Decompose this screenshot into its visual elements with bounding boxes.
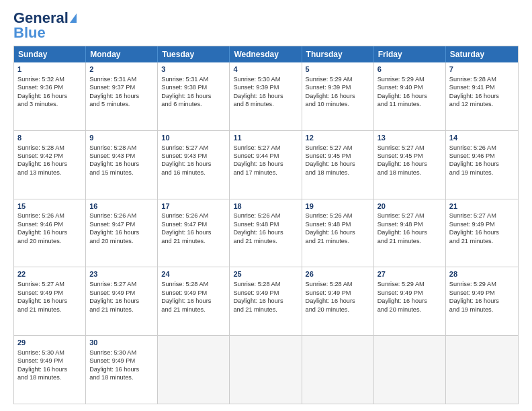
cal-day-23: 23Sunrise: 5:27 AMSunset: 9:49 PMDayligh…	[86, 267, 158, 335]
cal-day-18: 18Sunrise: 5:26 AMSunset: 9:48 PMDayligh…	[230, 199, 302, 267]
cal-header-friday: Friday	[374, 46, 446, 62]
day-info-line: Sunset: 9:49 PM	[378, 289, 423, 296]
calendar: SundayMondayTuesdayWednesdayThursdayFrid…	[13, 46, 519, 404]
day-info-line: Daylight: 16 hours	[161, 298, 211, 304]
day-info-line: and 10 minutes.	[306, 101, 349, 107]
day-info-line: Sunrise: 5:27 AM	[17, 281, 64, 287]
cal-day-14: 14Sunrise: 5:26 AMSunset: 9:46 PMDayligh…	[446, 131, 518, 199]
day-info-line: Sunrise: 5:27 AM	[306, 144, 353, 151]
day-number: 24	[161, 269, 226, 279]
day-info-line: Sunset: 9:41 PM	[449, 84, 495, 91]
cal-day-20: 20Sunrise: 5:27 AMSunset: 9:48 PMDayligh…	[374, 199, 446, 267]
cal-day-2: 2Sunrise: 5:31 AMSunset: 9:37 PMDaylight…	[86, 62, 158, 130]
day-info-line: Sunset: 9:47 PM	[89, 221, 135, 228]
day-number: 11	[233, 133, 298, 143]
cal-week-5: 29Sunrise: 5:30 AMSunset: 9:49 PMDayligh…	[14, 335, 518, 404]
day-info-line: and 21 minutes.	[161, 306, 205, 313]
cal-day-11: 11Sunrise: 5:27 AMSunset: 9:44 PMDayligh…	[230, 131, 302, 199]
day-info-line: and 19 minutes.	[449, 169, 493, 176]
logo: General Blue	[13, 11, 77, 40]
day-info-line: and 12 minutes.	[449, 101, 493, 107]
day-info-line: and 18 minutes.	[89, 374, 133, 381]
day-info-line: Daylight: 16 hours	[161, 161, 211, 167]
day-info-line: Daylight: 16 hours	[449, 93, 499, 99]
day-info-line: Sunset: 9:49 PM	[161, 289, 207, 296]
cal-day-6: 6Sunrise: 5:29 AMSunset: 9:40 PMDaylight…	[374, 62, 446, 130]
day-info-line: and 17 minutes.	[233, 169, 277, 176]
cal-header-sunday: Sunday	[14, 46, 86, 62]
day-info-line: Daylight: 16 hours	[233, 161, 283, 167]
day-info-line: Daylight: 16 hours	[17, 161, 67, 167]
day-info-line: Daylight: 16 hours	[306, 298, 355, 304]
day-info-line: Sunset: 9:49 PM	[449, 221, 495, 228]
day-info-line: Daylight: 16 hours	[306, 93, 355, 99]
cal-day-3: 3Sunrise: 5:31 AMSunset: 9:38 PMDaylight…	[158, 62, 230, 130]
day-info-line: Sunrise: 5:31 AM	[161, 76, 208, 83]
day-info-line: Sunset: 9:46 PM	[17, 221, 63, 228]
day-info-line: and 21 minutes.	[449, 238, 493, 244]
day-info-line: Daylight: 16 hours	[89, 229, 139, 236]
cal-empty	[158, 336, 230, 404]
day-info-line: Sunrise: 5:27 AM	[89, 281, 136, 287]
day-info-line: Sunset: 9:47 PM	[161, 221, 207, 228]
cal-day-25: 25Sunrise: 5:28 AMSunset: 9:49 PMDayligh…	[230, 267, 302, 335]
day-info-line: Sunrise: 5:28 AM	[233, 281, 280, 287]
day-number: 18	[233, 201, 298, 212]
day-info-line: and 21 minutes.	[378, 238, 421, 244]
day-info-line: Daylight: 16 hours	[306, 161, 355, 167]
day-info-line: Sunrise: 5:30 AM	[89, 349, 136, 356]
cal-day-17: 17Sunrise: 5:26 AMSunset: 9:47 PMDayligh…	[158, 199, 230, 267]
day-info-line: Daylight: 16 hours	[17, 298, 67, 304]
day-info-line: Daylight: 16 hours	[378, 298, 427, 304]
day-info-line: Daylight: 16 hours	[17, 366, 67, 373]
day-info-line: Sunset: 9:39 PM	[306, 84, 351, 91]
day-info-line: and 11 minutes.	[378, 101, 421, 107]
day-info-line: and 18 minutes.	[306, 169, 349, 176]
logo-triangle-icon	[70, 13, 77, 23]
day-info-line: and 20 minutes.	[306, 306, 349, 313]
day-info-line: Daylight: 16 hours	[449, 298, 499, 304]
cal-week-1: 1Sunrise: 5:32 AMSunset: 9:36 PMDaylight…	[14, 62, 518, 130]
cal-day-26: 26Sunrise: 5:28 AMSunset: 9:49 PMDayligh…	[302, 267, 374, 335]
day-info-line: Sunrise: 5:30 AM	[233, 76, 280, 83]
cal-day-10: 10Sunrise: 5:27 AMSunset: 9:43 PMDayligh…	[158, 131, 230, 199]
day-info-line: and 21 minutes.	[233, 238, 277, 244]
day-info-line: Sunset: 9:48 PM	[306, 221, 351, 228]
day-info-line: and 15 minutes.	[89, 169, 133, 176]
day-info-line: Sunset: 9:44 PM	[233, 152, 279, 159]
cal-header-thursday: Thursday	[302, 46, 374, 62]
day-number: 19	[306, 201, 370, 212]
day-number: 17	[161, 201, 226, 212]
cal-day-7: 7Sunrise: 5:28 AMSunset: 9:41 PMDaylight…	[446, 62, 518, 130]
cal-day-4: 4Sunrise: 5:30 AMSunset: 9:39 PMDaylight…	[230, 62, 302, 130]
day-number: 15	[17, 201, 82, 212]
day-info-line: Sunrise: 5:29 AM	[378, 76, 425, 83]
logo-blue: Blue	[13, 26, 46, 40]
cal-day-30: 30Sunrise: 5:30 AMSunset: 9:49 PMDayligh…	[86, 336, 158, 404]
day-info-line: Sunset: 9:49 PM	[233, 289, 279, 296]
day-info-line: Sunrise: 5:32 AM	[17, 76, 64, 83]
day-number: 12	[306, 133, 370, 143]
day-info-line: Sunset: 9:45 PM	[378, 152, 423, 159]
day-info-line: Sunset: 9:48 PM	[233, 221, 279, 228]
day-info-line: Daylight: 16 hours	[378, 229, 427, 236]
logo-text: General	[13, 11, 69, 26]
day-info-line: Sunset: 9:43 PM	[161, 152, 207, 159]
day-number: 29	[17, 338, 82, 348]
day-info-line: and 6 minutes.	[161, 101, 202, 107]
day-info-line: Sunset: 9:48 PM	[378, 221, 423, 228]
day-info-line: Daylight: 16 hours	[89, 298, 139, 304]
day-info-line: Daylight: 16 hours	[161, 93, 211, 99]
day-info-line: Sunrise: 5:30 AM	[17, 349, 64, 356]
day-info-line: Daylight: 16 hours	[306, 229, 355, 236]
day-info-line: Sunrise: 5:28 AM	[161, 281, 208, 287]
cal-week-2: 8Sunrise: 5:28 AMSunset: 9:42 PMDaylight…	[14, 130, 518, 199]
day-info-line: Daylight: 16 hours	[233, 229, 283, 236]
cal-day-9: 9Sunrise: 5:28 AMSunset: 9:43 PMDaylight…	[86, 131, 158, 199]
cal-day-29: 29Sunrise: 5:30 AMSunset: 9:49 PMDayligh…	[14, 336, 86, 404]
day-info-line: and 21 minutes.	[233, 306, 277, 313]
day-info-line: Daylight: 16 hours	[17, 229, 67, 236]
day-info-line: Daylight: 16 hours	[233, 93, 283, 99]
day-info-line: Daylight: 16 hours	[89, 161, 139, 167]
day-info-line: and 13 minutes.	[17, 169, 61, 176]
